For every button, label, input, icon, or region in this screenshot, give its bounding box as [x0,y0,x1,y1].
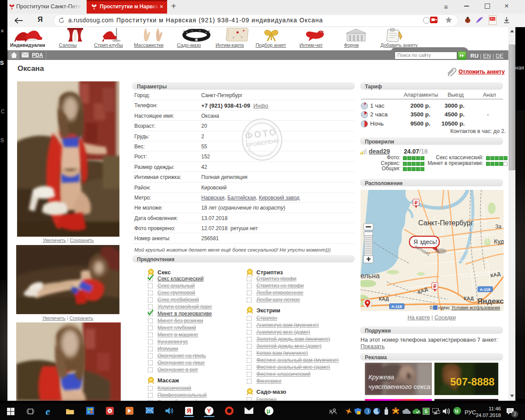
svg-text:₽: ₽ [415,200,418,205]
svg-text:чувственного секса: чувственного секса [368,383,430,390]
svg-text:Куд: Куд [494,238,504,245]
svg-text:КАД: КАД [464,296,474,301]
svg-text:©: © [430,305,433,310]
svg-text:ельна: ельна [360,272,380,280]
svg-text:А-118: А-118 [392,304,402,309]
svg-text:Яндекс: Яндекс [477,297,504,305]
svg-text:507-8888: 507-8888 [450,376,494,388]
svg-text:Кружева: Кружева [368,373,394,381]
svg-text:Санкт-Петербург: Санкт-Петербург [418,219,473,227]
svg-text:А-118: А-118 [480,287,490,292]
svg-text:₽: ₽ [434,284,437,289]
svg-text:ндекс: ндекс [438,305,450,310]
svg-text:КАД: КАД [379,296,389,301]
svg-text:За: За [495,224,501,230]
svg-text:Условия использования: Условия использования [452,305,500,310]
